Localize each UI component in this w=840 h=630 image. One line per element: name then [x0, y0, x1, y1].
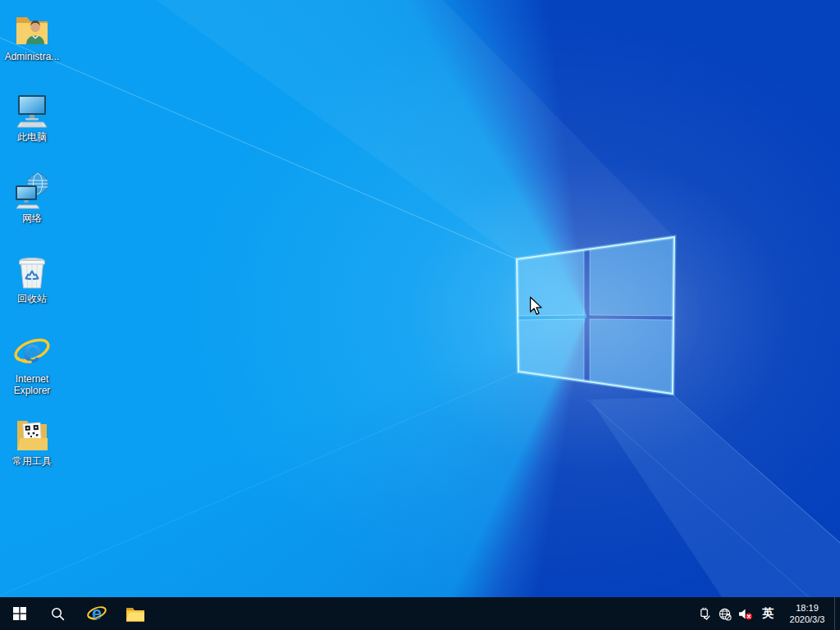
- ime-language-indicator[interactable]: 英: [756, 597, 780, 630]
- desktop-icon-administrator[interactable]: Administra...: [1, 10, 63, 62]
- taskbar-file-explorer-button[interactable]: [116, 597, 154, 630]
- svg-text:e: e: [23, 333, 41, 369]
- taskbar: e: [0, 597, 840, 630]
- network-no-internet-icon: [718, 607, 732, 621]
- desktop-icon-recycle-bin[interactable]: 回收站: [1, 252, 63, 304]
- network-icon: [12, 171, 52, 211]
- recycle-bin-icon: [12, 252, 52, 291]
- desktop-icon-label: 此电脑: [17, 131, 47, 143]
- user-folder-icon: [12, 10, 52, 49]
- taskbar-empty-area: [154, 597, 694, 630]
- desktop-icon-label: Administra...: [5, 51, 60, 62]
- network-status-button[interactable]: [714, 597, 735, 630]
- usb-safely-remove-icon: [697, 606, 711, 621]
- file-explorer-icon: [126, 605, 145, 623]
- clock-time: 18:19: [796, 602, 819, 614]
- clock-date: 2020/3/3: [790, 614, 825, 625]
- desktop-icon-label: 网络: [22, 212, 42, 224]
- windows-logo-wallpaper: [0, 0, 840, 597]
- start-button[interactable]: [0, 597, 39, 630]
- taskbar-internet-explorer-button[interactable]: e: [77, 597, 116, 630]
- desktop-icon-this-pc[interactable]: 此电脑: [1, 90, 63, 143]
- internet-explorer-icon: e: [12, 332, 52, 372]
- system-tray: 英 18:19 2020/3/3: [694, 597, 840, 630]
- desktop-icon-label: Internet Explorer: [1, 373, 63, 396]
- ime-label: 英: [762, 606, 774, 621]
- usb-safely-remove-button[interactable]: [694, 597, 714, 630]
- search-button[interactable]: [39, 597, 77, 630]
- taskbar-clock[interactable]: 18:19 2020/3/3: [780, 597, 834, 630]
- search-icon: [51, 607, 65, 621]
- desktop-icon-internet-explorer[interactable]: e Internet Explorer: [1, 332, 63, 396]
- tools-folder-icon: [12, 414, 52, 454]
- volume-button[interactable]: [735, 597, 756, 630]
- svg-text:e: e: [91, 603, 101, 623]
- volume-muted-icon: [737, 607, 753, 621]
- desktop[interactable]: Administra... 此电脑: [0, 0, 840, 597]
- desktop-icon-label: 常用工具: [12, 455, 52, 467]
- desktop-icon-common-tools[interactable]: 常用工具: [1, 414, 63, 467]
- desktop-icon-label: 回收站: [17, 293, 47, 304]
- desktop-icon-network[interactable]: 网络: [1, 171, 63, 224]
- this-pc-icon: [12, 90, 52, 130]
- windows-desktop-screen: Administra... 此电脑: [0, 0, 840, 630]
- show-desktop-button[interactable]: [834, 597, 840, 630]
- mouse-cursor: [529, 296, 543, 316]
- windows-start-icon: [13, 607, 26, 620]
- internet-explorer-icon: e: [86, 603, 107, 624]
